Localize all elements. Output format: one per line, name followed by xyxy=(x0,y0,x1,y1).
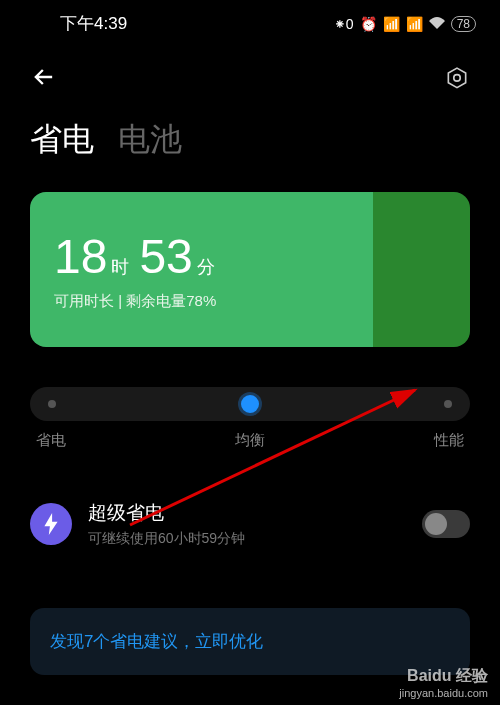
super-save-subtitle: 可继续使用60小时59分钟 xyxy=(88,530,406,548)
battery-card[interactable]: 18 时 53 分 可用时长 | 剩余电量78% xyxy=(30,192,470,347)
status-time: 下午4:39 xyxy=(24,12,127,35)
tabs: 省电 电池 xyxy=(0,118,500,192)
super-save-text: 超级省电 可继续使用60小时59分钟 xyxy=(88,500,406,548)
battery-time: 18 时 53 分 xyxy=(54,229,446,284)
minutes-value: 53 xyxy=(139,229,192,284)
battery-indicator: 78 xyxy=(451,16,476,32)
bluetooth-icon: ⁕0 xyxy=(334,16,354,32)
super-save-title: 超级省电 xyxy=(88,500,406,526)
signal-icon-2: 📶 xyxy=(406,16,423,32)
nav-bar xyxy=(0,43,500,118)
watermark: Baidu 经验 jingyan.baidu.com xyxy=(399,666,488,699)
slider-label-right: 性能 xyxy=(434,431,464,450)
mode-slider: 省电 均衡 性能 xyxy=(30,387,470,450)
settings-icon[interactable] xyxy=(444,66,470,96)
signal-icon: 📶 xyxy=(383,16,400,32)
minutes-unit: 分 xyxy=(197,255,215,279)
watermark-brand: Baidu 经验 xyxy=(399,666,488,687)
slider-dot-right[interactable] xyxy=(444,400,452,408)
super-save-row: 超级省电 可继续使用60小时59分钟 xyxy=(0,450,500,578)
tab-battery[interactable]: 电池 xyxy=(118,118,182,162)
status-bar: 下午4:39 ⁕0 ⏰ 📶 📶 78 xyxy=(0,0,500,43)
status-icons: ⁕0 ⏰ 📶 📶 78 xyxy=(334,16,476,32)
slider-dot-mid[interactable] xyxy=(241,395,259,413)
watermark-url: jingyan.baidu.com xyxy=(399,687,488,699)
slider-label-left: 省电 xyxy=(36,431,66,450)
bolt-icon xyxy=(30,503,72,545)
wifi-icon xyxy=(429,16,445,32)
slider-track[interactable] xyxy=(30,387,470,421)
suggestion-text: 发现7个省电建议，立即优化 xyxy=(50,632,263,651)
suggestion-card[interactable]: 发现7个省电建议，立即优化 xyxy=(30,608,470,675)
svg-point-0 xyxy=(454,74,461,81)
slider-label-mid: 均衡 xyxy=(235,431,265,450)
hours-unit: 时 xyxy=(111,255,129,279)
slider-labels: 省电 均衡 性能 xyxy=(30,431,470,450)
slider-dot-left[interactable] xyxy=(48,400,56,408)
tab-power-save[interactable]: 省电 xyxy=(30,118,94,162)
battery-subtitle: 可用时长 | 剩余电量78% xyxy=(54,292,446,311)
back-button[interactable] xyxy=(30,63,58,98)
hours-value: 18 xyxy=(54,229,107,284)
alarm-icon: ⏰ xyxy=(360,16,377,32)
super-save-toggle[interactable] xyxy=(422,510,470,538)
